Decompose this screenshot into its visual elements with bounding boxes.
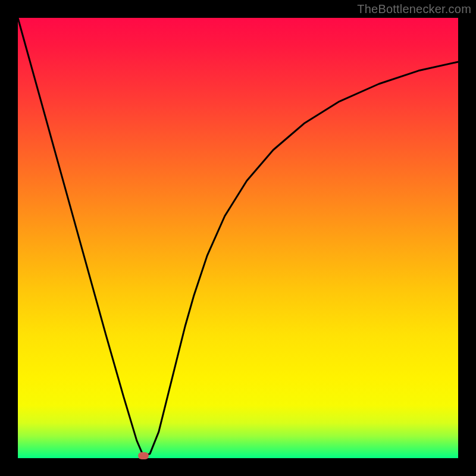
optimum-marker <box>138 452 149 459</box>
attribution-label: TheBottlenecker.com <box>357 2 471 16</box>
bottleneck-curve <box>18 18 458 458</box>
plot-area <box>18 18 458 458</box>
chart-frame: TheBottlenecker.com <box>0 0 476 476</box>
